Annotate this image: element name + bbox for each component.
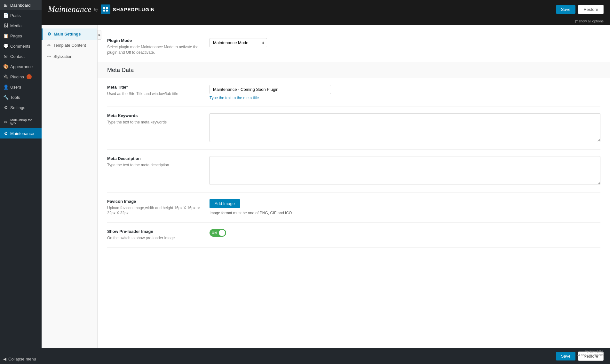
meta-keywords-section: Meta Keywords Type the text to the meta … <box>107 107 600 150</box>
favicon-image-section: Favicon Image Upload favicon image,width… <box>107 193 600 223</box>
meta-data-heading: Meta Data <box>107 67 600 74</box>
sidebar-item-mailchimp[interactable]: ✉ MailChimp for WP <box>0 115 42 128</box>
sidebar-item-label: Appearance <box>10 64 33 69</box>
sidebar-item-label: Maintenance <box>10 131 34 136</box>
sidebar-item-pages[interactable]: 📋 Pages <box>0 31 42 41</box>
sidebar-item-dashboard[interactable]: ⊞ Dashboard <box>0 0 42 10</box>
sub-sidebar-main-settings[interactable]: ⚙ Main Settings <box>42 28 97 40</box>
sidebar-item-contact[interactable]: ✉ Contact <box>0 51 42 61</box>
main-wrapper: Maintenance by SHAPEDPLUGIN Save Restore… <box>42 0 610 364</box>
meta-description-label: Meta Description <box>107 156 203 161</box>
sidebar-item-maintenance[interactable]: ⚙ Maintenance <box>0 128 42 138</box>
sidebar-item-tools[interactable]: 🔧 Tools <box>0 92 42 102</box>
favicon-label: Favicon Image <box>107 199 203 204</box>
meta-keywords-label: Meta Keywords <box>107 113 203 118</box>
settings-icon: ⚙ <box>3 105 8 110</box>
tools-icon: 🔧 <box>3 95 8 100</box>
svg-rect-1 <box>106 7 108 9</box>
arrow-icon: ▶ <box>99 33 101 36</box>
header-buttons: Save Restore <box>556 5 604 14</box>
meta-description-hint: Type the text to the meta description <box>107 162 203 168</box>
brand-text: SHAPEDPLUGIN <box>113 7 155 12</box>
plugin-logo: Maintenance by SHAPEDPLUGIN <box>48 4 155 14</box>
footer-save-button[interactable]: Save <box>556 352 576 360</box>
plugin-mode-label: Plugin Mode <box>107 38 203 43</box>
meta-data-heading-wrapper: Meta Data <box>98 62 610 78</box>
meta-title-control: Type the text to the meta title <box>210 85 600 100</box>
meta-description-textarea[interactable] <box>210 156 600 185</box>
sidebar-item-label: Settings <box>10 105 25 110</box>
header-restore-button[interactable]: Restore <box>578 5 604 14</box>
toggle-on-label: ON <box>212 231 217 235</box>
sub-sidebar-template-content[interactable]: ✏ Template Content <box>42 40 97 51</box>
sidebar-item-users[interactable]: 👤 Users <box>0 82 42 92</box>
meta-title-input[interactable] <box>210 85 331 94</box>
meta-description-label-col: Meta Description Type the text to the me… <box>107 156 210 168</box>
footer: Save Restore Version 1.0.1 ⇄ show all op… <box>42 348 610 364</box>
meta-keywords-textarea[interactable] <box>210 113 600 142</box>
collapse-icon: ◀ <box>3 357 6 361</box>
sidebar-item-label: MailChimp for WP <box>10 118 38 126</box>
sidebar-item-label: Pages <box>10 34 22 38</box>
favicon-control: Add Image Image format must be one of PN… <box>210 199 600 215</box>
show-all-options[interactable]: ⇄ show all options <box>42 19 610 25</box>
plugin-mode-select[interactable]: Maintenance Mode Coming Soon Mode Off <box>210 38 267 47</box>
sidebar-divider <box>0 114 42 114</box>
template-content-icon: ✏ <box>47 43 51 48</box>
sidebar-item-label: Tools <box>10 95 20 100</box>
meta-title-label-col: Meta Title* Used as the Site Title and w… <box>107 85 210 97</box>
by-text: by <box>94 7 98 12</box>
sidebar-item-label: Plugins <box>10 75 24 79</box>
header-save-button[interactable]: Save <box>556 5 576 14</box>
plugins-icon: 🔌 <box>3 74 8 79</box>
sidebar-item-label: Dashboard <box>10 3 31 8</box>
preloader-toggle[interactable]: ON <box>210 229 226 237</box>
main-settings-icon: ⚙ <box>47 32 51 36</box>
sub-sidebar-stylization[interactable]: ✏ Stylization <box>42 51 97 62</box>
collapse-menu[interactable]: ◀ Collapse menu <box>0 354 42 364</box>
sidebar-item-settings[interactable]: ⚙ Settings <box>0 102 42 113</box>
meta-keywords-label-col: Meta Keywords Type the text to the meta … <box>107 113 210 125</box>
sub-sidebar: ⚙ Main Settings ✏ Template Content ✏ Sty… <box>42 25 98 348</box>
toggle-slider: ON <box>210 229 226 237</box>
sidebar-item-comments[interactable]: 💬 Comments <box>0 41 42 51</box>
sidebar-item-media[interactable]: 🖼 Media <box>0 20 42 31</box>
plugin-mode-label-col: Plugin Mode Select plugin mode Maintenan… <box>107 38 210 55</box>
add-image-button[interactable]: Add Image <box>210 199 240 208</box>
plugin-mode-section: Plugin Mode Select plugin mode Maintenan… <box>107 32 600 62</box>
sub-sidebar-label: Main Settings <box>54 32 81 36</box>
logo-text: Maintenance <box>48 4 91 14</box>
appearance-icon: 🎨 <box>3 64 8 69</box>
collapse-label: Collapse menu <box>8 357 36 361</box>
preloader-label: Show Pre-loader Image <box>107 229 203 234</box>
mailchimp-icon: ✉ <box>3 120 8 124</box>
sub-sidebar-label: Template Content <box>53 43 86 48</box>
svg-rect-0 <box>103 7 105 9</box>
preloader-control: ON <box>210 229 600 237</box>
main-content: Plugin Mode Select plugin mode Maintenan… <box>98 25 610 348</box>
dashboard-icon: ⊞ <box>3 3 8 8</box>
plugin-mode-control: Maintenance Mode Coming Soon Mode Off <box>210 38 600 47</box>
sidebar-item-appearance[interactable]: 🎨 Appearance <box>0 61 42 72</box>
sidebar-item-plugins[interactable]: 🔌 Plugins 1 <box>0 72 42 82</box>
users-icon: 👤 <box>3 84 8 90</box>
svg-rect-3 <box>106 10 108 12</box>
pages-icon: 📋 <box>3 33 8 38</box>
plugin-mode-hint: Select plugin mode Maintenance Mode to a… <box>107 44 203 55</box>
meta-description-control <box>210 156 600 186</box>
sidebar-item-label: Comments <box>10 44 30 49</box>
collapse-arrow[interactable]: ▶ <box>98 30 101 40</box>
comments-icon: 💬 <box>3 44 8 49</box>
sub-sidebar-label: Stylization <box>53 54 72 59</box>
sidebar-item-label: Contact <box>10 54 25 59</box>
show-preloader-section: Show Pre-loader Image On the switch to s… <box>107 223 600 248</box>
sidebar-item-label: Posts <box>10 13 21 18</box>
footer-show-all[interactable]: ⇄ show all options <box>577 353 604 357</box>
sidebar-item-posts[interactable]: 📄 Posts <box>0 10 42 20</box>
toggle-wrapper: ON <box>210 229 600 237</box>
media-icon: 🖼 <box>3 23 8 28</box>
svg-rect-2 <box>103 10 105 12</box>
meta-title-section: Meta Title* Used as the Site Title and w… <box>107 78 600 107</box>
sidebar-item-label: Media <box>10 23 21 28</box>
favicon-label-col: Favicon Image Upload favicon image,width… <box>107 199 210 216</box>
